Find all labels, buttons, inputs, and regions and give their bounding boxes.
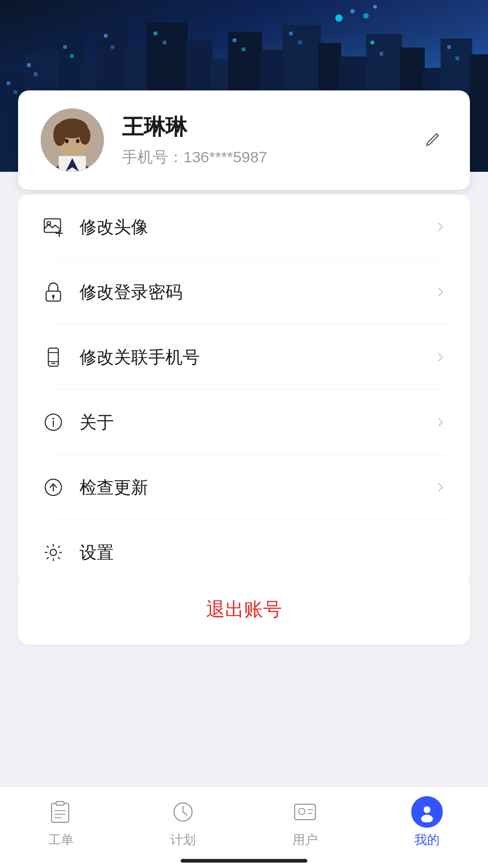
nav-workorder[interactable]: 工单: [0, 796, 122, 849]
svg-rect-34: [380, 52, 383, 56]
nav-plan-label: 计划: [170, 831, 196, 849]
svg-point-82: [421, 815, 433, 822]
lock-icon: [41, 279, 66, 305]
logout-button[interactable]: 退出账号: [206, 597, 282, 622]
svg-rect-20: [14, 90, 17, 94]
svg-rect-72: [56, 802, 64, 805]
svg-point-51: [76, 139, 80, 143]
chevron-right-icon: [434, 481, 447, 494]
user-card-icon: [289, 796, 321, 828]
svg-point-70: [50, 549, 56, 556]
svg-rect-49: [57, 126, 88, 133]
upload-icon: [41, 475, 66, 500]
change-avatar-label: 修改头像: [80, 216, 434, 239]
svg-point-56: [47, 222, 51, 225]
svg-rect-71: [52, 803, 69, 822]
svg-point-68: [52, 418, 54, 420]
clipboard-icon: [45, 796, 77, 828]
change-password-item[interactable]: 修改登录密码: [18, 259, 470, 325]
nav-mine-label: 我的: [414, 831, 440, 849]
chevron-right-icon: [434, 220, 447, 234]
profile-phone: 手机号：136****5987: [122, 147, 418, 168]
image-edit-icon: [41, 214, 66, 240]
nav-user-label: 用户: [292, 831, 318, 849]
svg-rect-25: [104, 34, 108, 38]
chevron-right-icon: [434, 285, 447, 299]
home-indicator: [181, 859, 307, 863]
svg-point-50: [65, 139, 69, 143]
chevron-right-icon: [434, 415, 447, 429]
nav-workorder-label: 工单: [48, 831, 74, 849]
svg-rect-21: [27, 63, 31, 67]
svg-rect-26: [111, 45, 114, 49]
svg-rect-22: [34, 72, 38, 76]
svg-rect-27: [154, 32, 157, 35]
info-icon: [41, 410, 66, 435]
svg-rect-24: [70, 54, 74, 58]
svg-point-81: [423, 806, 431, 813]
nav-user[interactable]: 用户: [244, 796, 366, 849]
svg-rect-30: [242, 47, 245, 51]
svg-rect-19: [7, 81, 10, 85]
settings-label: 设置: [80, 541, 447, 564]
change-phone-item[interactable]: 修改关联手机号: [18, 325, 470, 390]
svg-rect-28: [163, 41, 166, 44]
svg-point-80: [299, 808, 305, 815]
bottom-nav: 工单 计划 用户: [0, 787, 488, 868]
profile-info: 王琳琳 手机号：136****5987: [122, 113, 418, 168]
svg-rect-36: [455, 57, 459, 60]
nav-plan[interactable]: 计划: [122, 796, 244, 849]
svg-rect-31: [289, 32, 293, 35]
svg-point-39: [363, 13, 369, 19]
logout-card: 退出账号: [18, 574, 470, 645]
svg-rect-29: [233, 38, 236, 42]
mine-avatar-icon: [411, 796, 443, 828]
check-update-label: 检查更新: [80, 476, 434, 499]
change-avatar-item[interactable]: 修改头像: [18, 194, 470, 259]
clock-icon: [167, 796, 199, 828]
settings-icon: [41, 540, 66, 565]
about-item[interactable]: 关于: [18, 390, 470, 455]
edit-profile-button[interactable]: [418, 125, 447, 156]
svg-point-37: [335, 14, 343, 22]
avatar: [41, 108, 104, 172]
profile-card: 王琳琳 手机号：136****5987: [18, 90, 470, 190]
about-label: 关于: [80, 411, 434, 434]
phone-icon: [41, 344, 66, 370]
change-phone-label: 修改关联手机号: [80, 346, 434, 369]
profile-name: 王琳琳: [122, 113, 418, 142]
menu-card: 修改头像 修改登录密码: [18, 194, 470, 585]
svg-rect-32: [298, 41, 302, 44]
chevron-right-icon: [434, 350, 447, 364]
change-password-label: 修改登录密码: [80, 281, 434, 304]
svg-rect-33: [371, 41, 374, 44]
svg-point-38: [350, 9, 355, 14]
svg-line-78: [183, 812, 187, 815]
svg-point-40: [373, 5, 377, 9]
svg-rect-23: [63, 45, 67, 49]
svg-rect-18: [470, 54, 488, 172]
svg-rect-35: [447, 45, 451, 49]
check-update-item[interactable]: 检查更新: [18, 455, 470, 520]
nav-mine[interactable]: 我的: [366, 796, 488, 849]
